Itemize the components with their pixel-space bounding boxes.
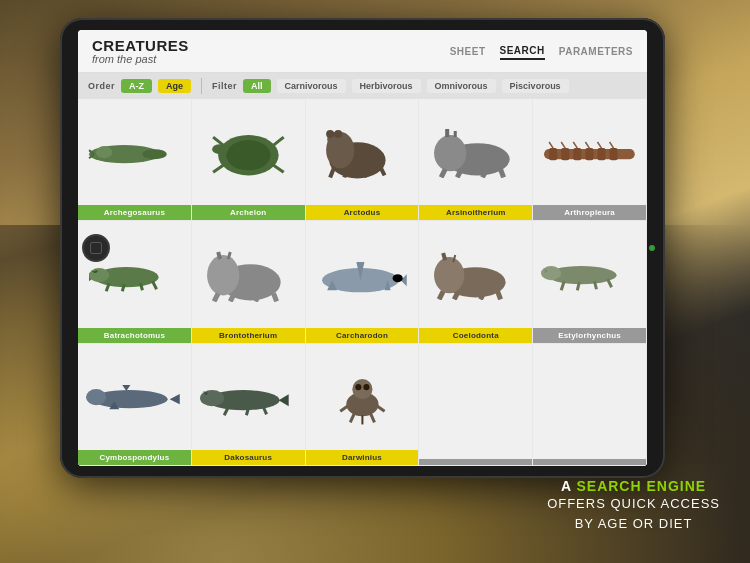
svg-rect-31: [561, 148, 569, 160]
creature-cell[interactable]: Archegosaurus: [78, 99, 192, 221]
nav-search[interactable]: SEARCH: [500, 45, 545, 60]
creature-name: Dakosaurus: [192, 450, 305, 465]
creature-grid: ArchegosaurusArchelonArctodusArsinoither…: [78, 99, 647, 466]
svg-line-11: [273, 165, 283, 172]
creature-name: Coelodonta: [419, 328, 532, 343]
filter-herbivorous[interactable]: Herbivorous: [352, 79, 421, 93]
creature-name: Batrachotomus: [78, 328, 191, 343]
az-button[interactable]: A-Z: [121, 79, 152, 93]
creature-name: Arthropleura: [533, 205, 646, 220]
svg-point-16: [334, 130, 342, 138]
svg-point-2: [96, 146, 112, 158]
filter-omnivorous[interactable]: Omnivorous: [427, 79, 496, 93]
filter-piscivorous[interactable]: Piscivorous: [502, 79, 569, 93]
camera-dot: [649, 245, 655, 251]
creature-name: [533, 459, 646, 465]
svg-rect-33: [586, 148, 594, 160]
creature-cell[interactable]: Arctodus: [306, 99, 420, 221]
ipad-screen: CREATURES from the past SHEET SEARCH PAR…: [78, 30, 647, 466]
svg-line-8: [213, 137, 223, 145]
svg-line-18: [344, 169, 347, 177]
svg-line-38: [573, 142, 577, 148]
search-engine-highlight: SEARCH ENGINE: [576, 478, 706, 494]
svg-line-46: [122, 284, 124, 291]
svg-line-27: [483, 171, 486, 177]
svg-line-37: [561, 142, 565, 148]
svg-point-44: [89, 268, 109, 282]
filter-carnivorous[interactable]: Carnivorous: [277, 79, 346, 93]
svg-line-56: [273, 293, 276, 301]
svg-rect-35: [610, 148, 618, 160]
svg-line-51: [218, 252, 220, 259]
ipad-frame: CREATURES from the past SHEET SEARCH PAR…: [60, 18, 665, 478]
svg-rect-30: [549, 148, 557, 160]
creature-cell[interactable]: Arthropleura: [533, 99, 647, 221]
svg-rect-32: [573, 148, 581, 160]
svg-point-83: [200, 390, 224, 406]
creature-cell[interactable]: [533, 344, 647, 466]
creature-cell[interactable]: Archelon: [192, 99, 306, 221]
creature-cell[interactable]: Estylorhynchus: [533, 221, 647, 343]
svg-line-52: [228, 252, 230, 259]
bottom-line3: BY AGE OR DIET: [547, 514, 720, 534]
svg-line-74: [577, 282, 579, 290]
creature-image: [78, 344, 191, 450]
creature-image: [192, 99, 305, 205]
svg-point-89: [352, 379, 372, 399]
svg-line-48: [153, 281, 157, 289]
creature-name: Brontotherium: [192, 328, 305, 343]
creature-cell[interactable]: Carcharodon: [306, 221, 420, 343]
creature-image: [306, 99, 419, 205]
creature-cell[interactable]: Brontotherium: [192, 221, 306, 343]
creature-cell[interactable]: Cymbospondylus: [78, 344, 192, 466]
order-label: Order: [88, 81, 115, 91]
creature-image: [306, 344, 419, 450]
creature-name: Arctodus: [306, 205, 419, 220]
svg-point-1: [142, 149, 166, 159]
svg-point-7: [212, 144, 228, 154]
svg-line-75: [595, 281, 597, 289]
svg-line-65: [444, 253, 446, 260]
svg-rect-34: [598, 148, 606, 160]
svg-line-67: [440, 292, 444, 300]
creature-cell[interactable]: Dakosaurus: [192, 344, 306, 466]
creature-cell[interactable]: Coelodonta: [419, 221, 533, 343]
svg-line-53: [214, 293, 218, 301]
svg-point-91: [363, 384, 369, 390]
svg-line-68: [455, 294, 458, 300]
svg-point-64: [434, 257, 464, 293]
svg-point-15: [326, 130, 334, 138]
creature-name: Estylorhynchus: [533, 328, 646, 343]
creature-cell[interactable]: Darwinius: [306, 344, 420, 466]
svg-line-87: [263, 407, 266, 414]
svg-point-90: [355, 384, 361, 390]
creature-cell[interactable]: Arsinoitherium: [419, 99, 533, 221]
svg-line-10: [213, 165, 223, 172]
svg-line-17: [330, 167, 334, 177]
app-nav: SHEET SEARCH PARAMETERS: [450, 45, 633, 60]
svg-line-76: [608, 279, 612, 287]
age-button[interactable]: Age: [158, 79, 191, 93]
nav-parameters[interactable]: PARAMETERS: [559, 46, 633, 59]
nav-sheet[interactable]: SHEET: [450, 46, 486, 59]
svg-line-47: [140, 283, 142, 290]
svg-marker-78: [170, 394, 180, 404]
svg-line-19: [364, 169, 367, 177]
svg-line-28: [501, 169, 504, 177]
creature-image: [419, 221, 532, 327]
filter-label: Filter: [212, 81, 237, 91]
svg-line-95: [370, 413, 374, 422]
creature-cell[interactable]: [419, 344, 533, 466]
svg-line-20: [380, 167, 384, 175]
creature-name: [419, 459, 532, 465]
creature-name: Archegosaurus: [78, 205, 191, 220]
svg-line-39: [586, 142, 590, 148]
app-title: CREATURES from the past: [92, 38, 189, 66]
creature-image: [78, 99, 191, 205]
svg-line-86: [246, 408, 248, 415]
creature-image: [192, 221, 305, 327]
filter-all[interactable]: All: [243, 79, 271, 93]
bottom-line2: OFFERS QUICK ACCESS: [547, 494, 720, 514]
creature-image: [533, 99, 646, 205]
home-button[interactable]: [82, 234, 110, 262]
